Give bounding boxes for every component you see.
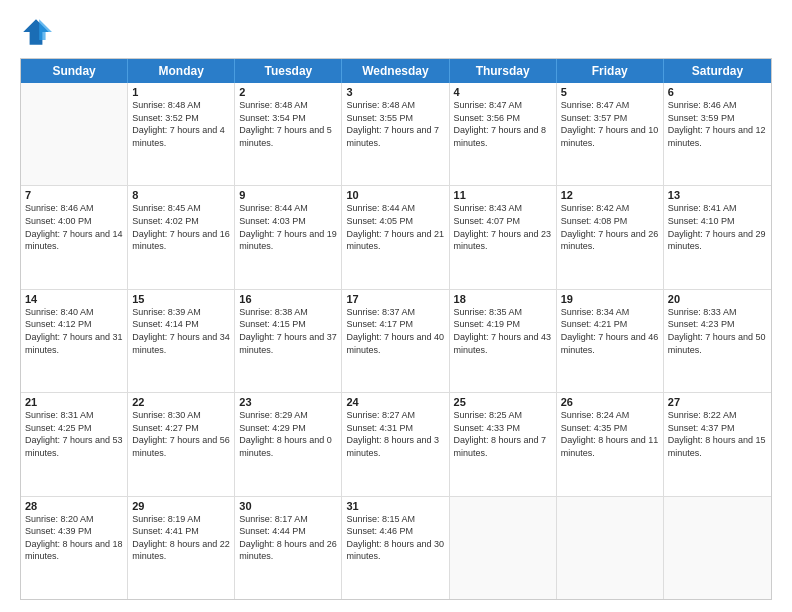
- cell-info: Sunrise: 8:45 AMSunset: 4:02 PMDaylight:…: [132, 202, 230, 252]
- cell-info: Sunrise: 8:17 AMSunset: 4:44 PMDaylight:…: [239, 513, 337, 563]
- cell-info: Sunrise: 8:43 AMSunset: 4:07 PMDaylight:…: [454, 202, 552, 252]
- cell-info: Sunrise: 8:15 AMSunset: 4:46 PMDaylight:…: [346, 513, 444, 563]
- calendar-cell: [664, 497, 771, 599]
- calendar-cell: 16 Sunrise: 8:38 AMSunset: 4:15 PMDaylig…: [235, 290, 342, 392]
- cell-info: Sunrise: 8:31 AMSunset: 4:25 PMDaylight:…: [25, 409, 123, 459]
- cell-info: Sunrise: 8:30 AMSunset: 4:27 PMDaylight:…: [132, 409, 230, 459]
- day-number: 24: [346, 396, 444, 408]
- calendar-header-cell: Thursday: [450, 59, 557, 83]
- calendar-header-cell: Tuesday: [235, 59, 342, 83]
- day-number: 25: [454, 396, 552, 408]
- cell-info: Sunrise: 8:29 AMSunset: 4:29 PMDaylight:…: [239, 409, 337, 459]
- cell-info: Sunrise: 8:39 AMSunset: 4:14 PMDaylight:…: [132, 306, 230, 356]
- calendar-cell: 19 Sunrise: 8:34 AMSunset: 4:21 PMDaylig…: [557, 290, 664, 392]
- day-number: 18: [454, 293, 552, 305]
- calendar-cell: 3 Sunrise: 8:48 AMSunset: 3:55 PMDayligh…: [342, 83, 449, 185]
- day-number: 12: [561, 189, 659, 201]
- calendar-cell: [450, 497, 557, 599]
- calendar: SundayMondayTuesdayWednesdayThursdayFrid…: [20, 58, 772, 600]
- day-number: 7: [25, 189, 123, 201]
- day-number: 28: [25, 500, 123, 512]
- day-number: 15: [132, 293, 230, 305]
- page: SundayMondayTuesdayWednesdayThursdayFrid…: [0, 0, 792, 612]
- cell-info: Sunrise: 8:20 AMSunset: 4:39 PMDaylight:…: [25, 513, 123, 563]
- day-number: 29: [132, 500, 230, 512]
- cell-info: Sunrise: 8:48 AMSunset: 3:54 PMDaylight:…: [239, 99, 337, 149]
- day-number: 31: [346, 500, 444, 512]
- calendar-cell: 27 Sunrise: 8:22 AMSunset: 4:37 PMDaylig…: [664, 393, 771, 495]
- day-number: 19: [561, 293, 659, 305]
- calendar-cell: 7 Sunrise: 8:46 AMSunset: 4:00 PMDayligh…: [21, 186, 128, 288]
- calendar-week-row: 7 Sunrise: 8:46 AMSunset: 4:00 PMDayligh…: [21, 186, 771, 289]
- cell-info: Sunrise: 8:48 AMSunset: 3:52 PMDaylight:…: [132, 99, 230, 149]
- logo: [20, 16, 56, 48]
- calendar-header-cell: Wednesday: [342, 59, 449, 83]
- calendar-cell: [21, 83, 128, 185]
- calendar-cell: 8 Sunrise: 8:45 AMSunset: 4:02 PMDayligh…: [128, 186, 235, 288]
- day-number: 26: [561, 396, 659, 408]
- calendar-week-row: 1 Sunrise: 8:48 AMSunset: 3:52 PMDayligh…: [21, 83, 771, 186]
- cell-info: Sunrise: 8:37 AMSunset: 4:17 PMDaylight:…: [346, 306, 444, 356]
- day-number: 23: [239, 396, 337, 408]
- day-number: 27: [668, 396, 767, 408]
- calendar-cell: [557, 497, 664, 599]
- day-number: 10: [346, 189, 444, 201]
- day-number: 2: [239, 86, 337, 98]
- svg-marker-1: [39, 19, 52, 40]
- cell-info: Sunrise: 8:35 AMSunset: 4:19 PMDaylight:…: [454, 306, 552, 356]
- calendar-header-cell: Friday: [557, 59, 664, 83]
- calendar-week-row: 21 Sunrise: 8:31 AMSunset: 4:25 PMDaylig…: [21, 393, 771, 496]
- calendar-header: SundayMondayTuesdayWednesdayThursdayFrid…: [21, 59, 771, 83]
- cell-info: Sunrise: 8:38 AMSunset: 4:15 PMDaylight:…: [239, 306, 337, 356]
- cell-info: Sunrise: 8:34 AMSunset: 4:21 PMDaylight:…: [561, 306, 659, 356]
- calendar-cell: 25 Sunrise: 8:25 AMSunset: 4:33 PMDaylig…: [450, 393, 557, 495]
- logo-icon: [20, 16, 52, 48]
- calendar-header-cell: Monday: [128, 59, 235, 83]
- cell-info: Sunrise: 8:33 AMSunset: 4:23 PMDaylight:…: [668, 306, 767, 356]
- day-number: 13: [668, 189, 767, 201]
- calendar-week-row: 28 Sunrise: 8:20 AMSunset: 4:39 PMDaylig…: [21, 497, 771, 599]
- calendar-cell: 17 Sunrise: 8:37 AMSunset: 4:17 PMDaylig…: [342, 290, 449, 392]
- cell-info: Sunrise: 8:48 AMSunset: 3:55 PMDaylight:…: [346, 99, 444, 149]
- calendar-cell: 26 Sunrise: 8:24 AMSunset: 4:35 PMDaylig…: [557, 393, 664, 495]
- day-number: 8: [132, 189, 230, 201]
- day-number: 11: [454, 189, 552, 201]
- day-number: 17: [346, 293, 444, 305]
- calendar-cell: 6 Sunrise: 8:46 AMSunset: 3:59 PMDayligh…: [664, 83, 771, 185]
- calendar-cell: 21 Sunrise: 8:31 AMSunset: 4:25 PMDaylig…: [21, 393, 128, 495]
- cell-info: Sunrise: 8:41 AMSunset: 4:10 PMDaylight:…: [668, 202, 767, 252]
- calendar-cell: 13 Sunrise: 8:41 AMSunset: 4:10 PMDaylig…: [664, 186, 771, 288]
- cell-info: Sunrise: 8:46 AMSunset: 3:59 PMDaylight:…: [668, 99, 767, 149]
- cell-info: Sunrise: 8:27 AMSunset: 4:31 PMDaylight:…: [346, 409, 444, 459]
- day-number: 9: [239, 189, 337, 201]
- calendar-cell: 20 Sunrise: 8:33 AMSunset: 4:23 PMDaylig…: [664, 290, 771, 392]
- calendar-header-cell: Sunday: [21, 59, 128, 83]
- day-number: 16: [239, 293, 337, 305]
- cell-info: Sunrise: 8:44 AMSunset: 4:05 PMDaylight:…: [346, 202, 444, 252]
- cell-info: Sunrise: 8:46 AMSunset: 4:00 PMDaylight:…: [25, 202, 123, 252]
- day-number: 14: [25, 293, 123, 305]
- calendar-cell: 31 Sunrise: 8:15 AMSunset: 4:46 PMDaylig…: [342, 497, 449, 599]
- calendar-cell: 28 Sunrise: 8:20 AMSunset: 4:39 PMDaylig…: [21, 497, 128, 599]
- calendar-cell: 22 Sunrise: 8:30 AMSunset: 4:27 PMDaylig…: [128, 393, 235, 495]
- cell-info: Sunrise: 8:19 AMSunset: 4:41 PMDaylight:…: [132, 513, 230, 563]
- cell-info: Sunrise: 8:25 AMSunset: 4:33 PMDaylight:…: [454, 409, 552, 459]
- calendar-cell: 23 Sunrise: 8:29 AMSunset: 4:29 PMDaylig…: [235, 393, 342, 495]
- day-number: 5: [561, 86, 659, 98]
- calendar-cell: 12 Sunrise: 8:42 AMSunset: 4:08 PMDaylig…: [557, 186, 664, 288]
- calendar-cell: 11 Sunrise: 8:43 AMSunset: 4:07 PMDaylig…: [450, 186, 557, 288]
- cell-info: Sunrise: 8:42 AMSunset: 4:08 PMDaylight:…: [561, 202, 659, 252]
- calendar-cell: 9 Sunrise: 8:44 AMSunset: 4:03 PMDayligh…: [235, 186, 342, 288]
- day-number: 1: [132, 86, 230, 98]
- calendar-cell: 29 Sunrise: 8:19 AMSunset: 4:41 PMDaylig…: [128, 497, 235, 599]
- calendar-cell: 10 Sunrise: 8:44 AMSunset: 4:05 PMDaylig…: [342, 186, 449, 288]
- calendar-cell: 30 Sunrise: 8:17 AMSunset: 4:44 PMDaylig…: [235, 497, 342, 599]
- day-number: 20: [668, 293, 767, 305]
- calendar-cell: 4 Sunrise: 8:47 AMSunset: 3:56 PMDayligh…: [450, 83, 557, 185]
- calendar-week-row: 14 Sunrise: 8:40 AMSunset: 4:12 PMDaylig…: [21, 290, 771, 393]
- cell-info: Sunrise: 8:24 AMSunset: 4:35 PMDaylight:…: [561, 409, 659, 459]
- day-number: 6: [668, 86, 767, 98]
- calendar-body: 1 Sunrise: 8:48 AMSunset: 3:52 PMDayligh…: [21, 83, 771, 599]
- day-number: 22: [132, 396, 230, 408]
- cell-info: Sunrise: 8:22 AMSunset: 4:37 PMDaylight:…: [668, 409, 767, 459]
